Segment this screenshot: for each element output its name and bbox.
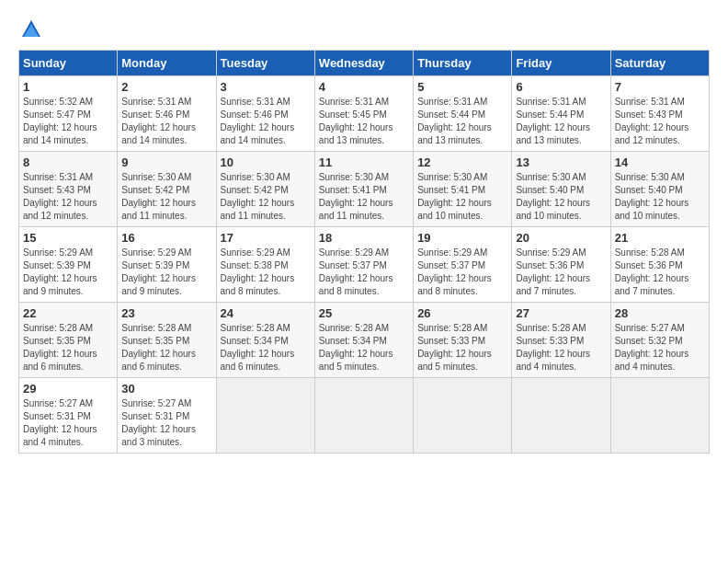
day-info: Sunrise: 5:28 AM Sunset: 5:34 PM Dayligh… — [319, 322, 409, 373]
day-number: 5 — [417, 80, 507, 94]
day-info: Sunrise: 5:28 AM Sunset: 5:35 PM Dayligh… — [23, 322, 113, 373]
calendar-cell: 13Sunrise: 5:30 AM Sunset: 5:40 PM Dayli… — [512, 152, 610, 227]
day-info: Sunrise: 5:29 AM Sunset: 5:39 PM Dayligh… — [121, 247, 211, 298]
day-info: Sunrise: 5:28 AM Sunset: 5:33 PM Dayligh… — [516, 322, 606, 373]
calendar-cell: 20Sunrise: 5:29 AM Sunset: 5:36 PM Dayli… — [512, 227, 610, 303]
calendar-cell: 4Sunrise: 5:31 AM Sunset: 5:45 PM Daylig… — [314, 76, 413, 152]
calendar-cell: 29Sunrise: 5:27 AM Sunset: 5:31 PM Dayli… — [19, 378, 118, 454]
calendar-cell: 7Sunrise: 5:31 AM Sunset: 5:43 PM Daylig… — [610, 76, 709, 152]
day-number: 18 — [319, 231, 409, 245]
day-number: 4 — [319, 80, 409, 94]
day-number: 16 — [121, 231, 211, 245]
day-number: 28 — [615, 306, 705, 320]
calendar-cell: 11Sunrise: 5:30 AM Sunset: 5:41 PM Dayli… — [314, 152, 413, 227]
day-number: 7 — [615, 80, 705, 94]
calendar-cell: 9Sunrise: 5:30 AM Sunset: 5:42 PM Daylig… — [118, 152, 216, 227]
calendar-cell: 6Sunrise: 5:31 AM Sunset: 5:44 PM Daylig… — [512, 76, 610, 152]
logo — [18, 18, 42, 40]
day-info: Sunrise: 5:30 AM Sunset: 5:42 PM Dayligh… — [221, 171, 311, 223]
day-number: 3 — [221, 80, 311, 94]
calendar-cell: 25Sunrise: 5:28 AM Sunset: 5:34 PM Dayli… — [314, 303, 413, 378]
day-number: 21 — [615, 231, 705, 245]
calendar-cell: 14Sunrise: 5:30 AM Sunset: 5:40 PM Dayli… — [610, 152, 709, 227]
calendar-cell: 15Sunrise: 5:29 AM Sunset: 5:39 PM Dayli… — [19, 227, 118, 303]
calendar-header-tuesday: Tuesday — [216, 51, 314, 76]
day-info: Sunrise: 5:30 AM Sunset: 5:41 PM Dayligh… — [417, 171, 507, 223]
day-info: Sunrise: 5:29 AM Sunset: 5:37 PM Dayligh… — [319, 247, 409, 298]
day-info: Sunrise: 5:30 AM Sunset: 5:41 PM Dayligh… — [319, 171, 409, 223]
calendar-cell: 26Sunrise: 5:28 AM Sunset: 5:33 PM Dayli… — [414, 303, 512, 378]
day-info: Sunrise: 5:28 AM Sunset: 5:34 PM Dayligh… — [221, 322, 311, 373]
calendar-header-friday: Friday — [512, 51, 610, 76]
day-number: 29 — [23, 382, 113, 396]
calendar-header-saturday: Saturday — [610, 51, 709, 76]
calendar-cell: 16Sunrise: 5:29 AM Sunset: 5:39 PM Dayli… — [118, 227, 216, 303]
day-info: Sunrise: 5:29 AM Sunset: 5:36 PM Dayligh… — [516, 247, 606, 298]
calendar-cell: 1Sunrise: 5:32 AM Sunset: 5:47 PM Daylig… — [19, 76, 118, 152]
calendar-header-sunday: Sunday — [19, 51, 118, 76]
calendar-header-monday: Monday — [118, 51, 216, 76]
logo-icon — [20, 18, 42, 40]
calendar-week-1: 1Sunrise: 5:32 AM Sunset: 5:47 PM Daylig… — [19, 76, 710, 152]
day-info: Sunrise: 5:28 AM Sunset: 5:35 PM Dayligh… — [121, 322, 211, 373]
day-info: Sunrise: 5:31 AM Sunset: 5:44 PM Dayligh… — [516, 96, 606, 147]
day-info: Sunrise: 5:31 AM Sunset: 5:46 PM Dayligh… — [221, 96, 311, 147]
day-number: 10 — [221, 155, 311, 169]
day-number: 15 — [23, 231, 113, 245]
calendar-cell: 5Sunrise: 5:31 AM Sunset: 5:44 PM Daylig… — [414, 76, 512, 152]
day-number: 22 — [23, 306, 113, 320]
calendar-cell: 19Sunrise: 5:29 AM Sunset: 5:37 PM Dayli… — [414, 227, 512, 303]
day-number: 17 — [221, 231, 311, 245]
day-number: 26 — [417, 306, 507, 320]
day-number: 19 — [417, 231, 507, 245]
day-info: Sunrise: 5:30 AM Sunset: 5:42 PM Dayligh… — [121, 171, 211, 223]
calendar-cell: 12Sunrise: 5:30 AM Sunset: 5:41 PM Dayli… — [414, 152, 512, 227]
calendar-cell: 28Sunrise: 5:27 AM Sunset: 5:32 PM Dayli… — [610, 303, 709, 378]
calendar-header-row: SundayMondayTuesdayWednesdayThursdayFrid… — [19, 51, 710, 76]
calendar-cell: 2Sunrise: 5:31 AM Sunset: 5:46 PM Daylig… — [118, 76, 216, 152]
day-info: Sunrise: 5:27 AM Sunset: 5:32 PM Dayligh… — [615, 322, 705, 373]
calendar-cell: 3Sunrise: 5:31 AM Sunset: 5:46 PM Daylig… — [216, 76, 314, 152]
calendar-cell: 23Sunrise: 5:28 AM Sunset: 5:35 PM Dayli… — [118, 303, 216, 378]
day-number: 23 — [121, 306, 211, 320]
calendar-cell: 21Sunrise: 5:28 AM Sunset: 5:36 PM Dayli… — [610, 227, 709, 303]
calendar-cell: 18Sunrise: 5:29 AM Sunset: 5:37 PM Dayli… — [314, 227, 413, 303]
day-number: 9 — [121, 155, 211, 169]
day-number: 30 — [121, 382, 211, 396]
day-info: Sunrise: 5:28 AM Sunset: 5:33 PM Dayligh… — [417, 322, 507, 373]
day-info: Sunrise: 5:27 AM Sunset: 5:31 PM Dayligh… — [23, 397, 113, 449]
calendar-cell: 10Sunrise: 5:30 AM Sunset: 5:42 PM Dayli… — [216, 152, 314, 227]
day-number: 25 — [319, 306, 409, 320]
calendar-cell: 17Sunrise: 5:29 AM Sunset: 5:38 PM Dayli… — [216, 227, 314, 303]
calendar-cell — [314, 378, 413, 454]
calendar: SundayMondayTuesdayWednesdayThursdayFrid… — [18, 50, 710, 454]
day-info: Sunrise: 5:29 AM Sunset: 5:39 PM Dayligh… — [23, 247, 113, 298]
calendar-cell — [512, 378, 610, 454]
day-info: Sunrise: 5:31 AM Sunset: 5:43 PM Dayligh… — [615, 96, 705, 147]
day-number: 27 — [516, 306, 606, 320]
calendar-cell — [414, 378, 512, 454]
day-info: Sunrise: 5:32 AM Sunset: 5:47 PM Dayligh… — [23, 96, 113, 147]
day-number: 12 — [417, 155, 507, 169]
day-info: Sunrise: 5:31 AM Sunset: 5:44 PM Dayligh… — [417, 96, 507, 147]
day-info: Sunrise: 5:29 AM Sunset: 5:37 PM Dayligh… — [417, 247, 507, 298]
calendar-week-4: 22Sunrise: 5:28 AM Sunset: 5:35 PM Dayli… — [19, 303, 710, 378]
day-number: 8 — [23, 155, 113, 169]
calendar-cell — [610, 378, 709, 454]
calendar-week-3: 15Sunrise: 5:29 AM Sunset: 5:39 PM Dayli… — [19, 227, 710, 303]
calendar-cell: 27Sunrise: 5:28 AM Sunset: 5:33 PM Dayli… — [512, 303, 610, 378]
day-number: 6 — [516, 80, 606, 94]
calendar-cell: 30Sunrise: 5:27 AM Sunset: 5:31 PM Dayli… — [118, 378, 216, 454]
day-info: Sunrise: 5:31 AM Sunset: 5:43 PM Dayligh… — [23, 171, 113, 223]
calendar-cell: 22Sunrise: 5:28 AM Sunset: 5:35 PM Dayli… — [19, 303, 118, 378]
calendar-week-5: 29Sunrise: 5:27 AM Sunset: 5:31 PM Dayli… — [19, 378, 710, 454]
calendar-cell: 24Sunrise: 5:28 AM Sunset: 5:34 PM Dayli… — [216, 303, 314, 378]
day-number: 20 — [516, 231, 606, 245]
calendar-week-2: 8Sunrise: 5:31 AM Sunset: 5:43 PM Daylig… — [19, 152, 710, 227]
day-number: 1 — [23, 80, 113, 94]
calendar-cell — [216, 378, 314, 454]
day-number: 14 — [615, 155, 705, 169]
day-info: Sunrise: 5:27 AM Sunset: 5:31 PM Dayligh… — [121, 397, 211, 449]
day-info: Sunrise: 5:30 AM Sunset: 5:40 PM Dayligh… — [615, 171, 705, 223]
day-info: Sunrise: 5:29 AM Sunset: 5:38 PM Dayligh… — [221, 247, 311, 298]
